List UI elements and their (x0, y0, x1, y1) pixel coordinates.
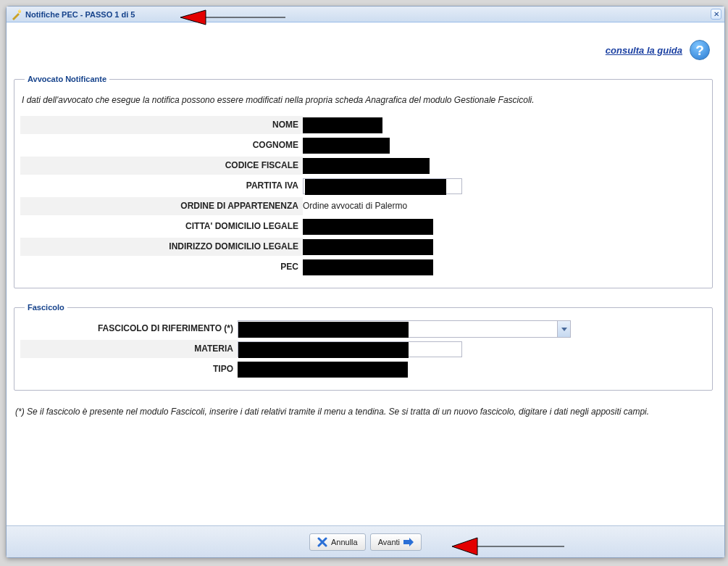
cancel-label: Annulla (331, 538, 358, 546)
redacted-value (303, 117, 382, 133)
label-citta: CITTA' DOMICILIO LEGALE (20, 217, 303, 236)
redacted-value (303, 138, 390, 154)
value-tipo (238, 360, 706, 378)
materia-input[interactable] (238, 341, 462, 357)
value-cf (303, 157, 706, 175)
wand-icon (11, 9, 22, 20)
value-cognome (303, 136, 706, 154)
footer-toolbar: Annulla Avanti (7, 525, 724, 557)
label-cognome: COGNOME (20, 136, 303, 154)
redacted-value (305, 179, 446, 195)
row-citta: CITTA' DOMICILIO LEGALE (20, 217, 706, 236)
label-cf: CODICE FISCALE (20, 157, 303, 175)
row-cognome: COGNOME (20, 136, 706, 155)
redacted-value (238, 322, 409, 338)
redacted-value (303, 158, 430, 174)
chevron-down-icon[interactable] (557, 321, 570, 337)
label-tipo: TIPO (20, 360, 238, 378)
redacted-value (303, 259, 433, 275)
content-area: consulta la guida ? Avvocato Notificante… (7, 22, 724, 525)
row-nome: NOME (20, 115, 706, 135)
window-title: Notifiche PEC - PASSO 1 di 5 (25, 10, 135, 19)
row-piva: PARTITA IVA (20, 176, 706, 196)
value-riferimento (238, 320, 706, 338)
label-ordine: ORDINE DI APPARTENENZA (20, 197, 303, 215)
redacted-value (303, 219, 433, 235)
redacted-value (303, 239, 433, 255)
value-citta (303, 217, 706, 236)
avvocato-legend: Avvocato Notificante (25, 75, 109, 83)
arrow-right-icon (403, 537, 414, 547)
value-materia (238, 340, 706, 358)
row-pec: PEC (20, 257, 706, 277)
redacted-value (238, 342, 409, 358)
label-materia: MATERIA (20, 340, 238, 358)
row-tipo: TIPO (20, 359, 706, 379)
label-pec: PEC (20, 258, 303, 276)
value-ordine: Ordine avvocati di Palermo (303, 197, 706, 215)
label-indirizzo: INDIRIZZO DOMICILIO LEGALE (20, 238, 303, 256)
close-button[interactable]: ✕ (711, 9, 721, 20)
titlebar: Notifiche PEC - PASSO 1 di 5 ✕ (7, 7, 724, 22)
row-materia: MATERIA (20, 339, 706, 359)
row-indirizzo: INDIRIZZO DOMICILIO LEGALE (20, 237, 706, 257)
value-piva (303, 177, 706, 195)
next-button[interactable]: Avanti (370, 533, 422, 551)
piva-input[interactable] (303, 178, 462, 194)
label-nome: NOME (20, 116, 303, 134)
label-riferimento: FASCICOLO DI RIFERIMENTO (*) (20, 320, 238, 338)
help-icon[interactable]: ? (690, 40, 710, 60)
row-riferimento: FASCICOLO DI RIFERIMENTO (*) (20, 319, 706, 338)
value-indirizzo (303, 238, 706, 256)
avvocato-fieldset: Avvocato Notificante I dati dell'avvocat… (14, 75, 713, 288)
next-label: Avanti (378, 538, 400, 546)
cancel-icon (317, 537, 327, 547)
riferimento-combo[interactable] (238, 320, 571, 338)
value-pec (303, 258, 706, 276)
close-icon: ✕ (714, 10, 719, 18)
dialog-window: Notifiche PEC - PASSO 1 di 5 ✕ consulta … (6, 6, 725, 558)
top-help-bar: consulta la guida ? (14, 30, 713, 70)
fascicolo-fieldset: Fascicolo FASCICOLO DI RIFERIMENTO (*) M… (14, 303, 713, 391)
redacted-value (238, 362, 408, 378)
label-piva: PARTITA IVA (20, 177, 303, 195)
footnote-text: (*) Se il fascicolo è presente nel modul… (15, 405, 711, 418)
help-link[interactable]: consulta la guida (606, 45, 682, 56)
fascicolo-legend: Fascicolo (25, 303, 67, 312)
value-nome (303, 116, 706, 134)
cancel-button[interactable]: Annulla (309, 533, 366, 551)
row-ordine: ORDINE DI APPARTENENZA Ordine avvocati d… (20, 196, 706, 216)
row-cf: CODICE FISCALE (20, 156, 706, 175)
avvocato-note: I dati dell'avvocato che esegue la notif… (22, 95, 706, 105)
